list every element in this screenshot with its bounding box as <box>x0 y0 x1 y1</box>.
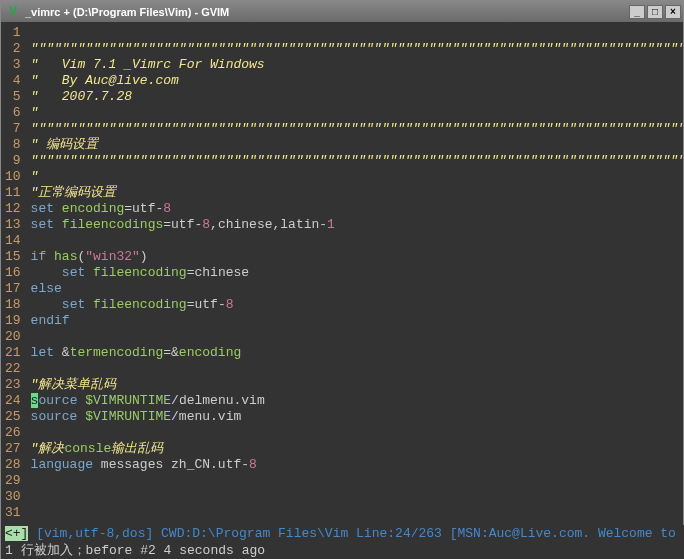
code-line[interactable]: else <box>31 281 684 297</box>
minimize-button[interactable]: _ <box>629 5 645 19</box>
line-number: 3 <box>5 57 21 73</box>
window-title: _vimrc + (D:\Program Files\Vim) - GVIM <box>25 6 629 18</box>
line-number: 2 <box>5 41 21 57</box>
line-number: 4 <box>5 73 21 89</box>
code-line[interactable]: set fileencoding=utf-8 <box>31 297 684 313</box>
code-line[interactable] <box>31 233 684 249</box>
code-line[interactable]: """"""""""""""""""""""""""""""""""""""""… <box>31 121 684 137</box>
code-line[interactable] <box>31 489 684 505</box>
code-line[interactable] <box>31 329 684 345</box>
code-line[interactable]: endif <box>31 313 684 329</box>
code-line[interactable]: " <box>31 105 684 121</box>
editor[interactable]: 1234567891011121314151617181920212223242… <box>1 23 683 524</box>
line-number-gutter: 1234567891011121314151617181920212223242… <box>1 23 27 524</box>
line-number: 14 <box>5 233 21 249</box>
code-line[interactable]: " 2007.7.28 <box>31 89 684 105</box>
code-line[interactable]: """"""""""""""""""""""""""""""""""""""""… <box>31 41 684 57</box>
code-line[interactable]: language messages zh_CN.utf-8 <box>31 457 684 473</box>
code-area[interactable]: """"""""""""""""""""""""""""""""""""""""… <box>27 23 684 524</box>
code-line[interactable]: "解决consle输出乱码 <box>31 441 684 457</box>
code-line[interactable] <box>31 505 684 521</box>
line-number: 28 <box>5 457 21 473</box>
line-number: 12 <box>5 201 21 217</box>
line-number: 8 <box>5 137 21 153</box>
code-line[interactable]: set fileencoding=chinese <box>31 265 684 281</box>
line-number: 6 <box>5 105 21 121</box>
code-line[interactable]: let &termencoding=&encoding <box>31 345 684 361</box>
code-line[interactable]: " <box>31 169 684 185</box>
code-line[interactable] <box>31 25 684 41</box>
line-number: 11 <box>5 185 21 201</box>
line-number: 9 <box>5 153 21 169</box>
code-line[interactable]: source $VIMRUNTIME/delmenu.vim <box>31 393 684 409</box>
code-line[interactable]: "正常编码设置 <box>31 185 684 201</box>
line-number: 30 <box>5 489 21 505</box>
code-line[interactable]: set encoding=utf-8 <box>31 201 684 217</box>
line-number: 19 <box>5 313 21 329</box>
code-line[interactable]: if has("win32") <box>31 249 684 265</box>
maximize-button[interactable]: □ <box>647 5 663 19</box>
line-number: 10 <box>5 169 21 185</box>
status-line-1: <+] [vim,utf-8,dos] CWD:D:\Program Files… <box>1 525 684 542</box>
titlebar[interactable]: V _vimrc + (D:\Program Files\Vim) - GVIM… <box>1 1 683 23</box>
line-number: 31 <box>5 505 21 521</box>
code-line[interactable]: " 编码设置 <box>31 137 684 153</box>
close-button[interactable]: × <box>665 5 681 19</box>
code-line[interactable]: """"""""""""""""""""""""""""""""""""""""… <box>31 153 684 169</box>
line-number: 5 <box>5 89 21 105</box>
footer: <+] [vim,utf-8,dos] CWD:D:\Program Files… <box>1 525 684 559</box>
line-number: 23 <box>5 377 21 393</box>
line-number: 7 <box>5 121 21 137</box>
line-number: 20 <box>5 329 21 345</box>
line-number: 17 <box>5 281 21 297</box>
code-line[interactable]: source $VIMRUNTIME/menu.vim <box>31 409 684 425</box>
line-number: 26 <box>5 425 21 441</box>
line-number: 1 <box>5 25 21 41</box>
status-line-2: 1 行被加入；before #2 4 seconds ago <box>1 542 684 559</box>
code-line[interactable]: " By Auc@live.com <box>31 73 684 89</box>
code-line[interactable] <box>31 473 684 489</box>
line-number: 25 <box>5 409 21 425</box>
code-line[interactable]: " Vim 7.1 _Vimrc For Windows <box>31 57 684 73</box>
code-line[interactable]: "解决菜单乱码 <box>31 377 684 393</box>
code-line[interactable] <box>31 361 684 377</box>
code-line[interactable]: set fileencodings=utf-8,chinese,latin-1 <box>31 217 684 233</box>
code-line[interactable] <box>31 425 684 441</box>
line-number: 22 <box>5 361 21 377</box>
line-number: 15 <box>5 249 21 265</box>
line-number: 21 <box>5 345 21 361</box>
line-number: 18 <box>5 297 21 313</box>
line-number: 16 <box>5 265 21 281</box>
modified-flag: <+] <box>5 526 28 541</box>
line-number: 29 <box>5 473 21 489</box>
line-number: 24 <box>5 393 21 409</box>
line-number: 13 <box>5 217 21 233</box>
app-icon: V <box>5 4 21 20</box>
line-number: 27 <box>5 441 21 457</box>
window-controls: _ □ × <box>629 5 681 19</box>
status-info: [vim,utf-8,dos] CWD:D:\Program Files\Vim… <box>36 526 684 541</box>
